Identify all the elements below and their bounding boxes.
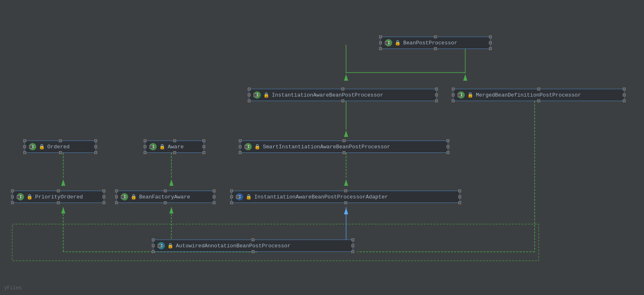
- node-priorityOrdered[interactable]: I 🔒 PriorityOrdered: [12, 191, 104, 203]
- label-aware: Aware: [168, 144, 184, 150]
- label-iabppa: InstantiationAwareBeanPostProcessorAdapt…: [254, 194, 388, 200]
- lock-icon-beanPostProcessor: 🔒: [395, 40, 401, 46]
- node-instantiationAwareBeanPostProcessor[interactable]: I 🔒 InstantiationAwareBeanPostProcessor: [249, 89, 437, 101]
- lock-icon-aware: 🔒: [159, 144, 165, 150]
- lock-icon-iabpp: 🔒: [263, 92, 269, 98]
- type-icon-bfa: I: [121, 193, 128, 200]
- node-mergedBeanDefinitionPostProcessor[interactable]: I 🔒 MergedBeanDefinitionPostProcessor: [453, 89, 624, 101]
- svg-marker-12: [344, 179, 348, 186]
- label-aabpp: AutowiredAnnotationBeanPostProcessor: [176, 243, 291, 249]
- label-mbdpp: MergedBeanDefinitionPostProcessor: [476, 92, 581, 98]
- label-ordered: Ordered: [47, 144, 70, 150]
- node-aware[interactable]: I 🔒 Aware: [145, 141, 204, 153]
- node-beanPostProcessor[interactable]: I 🔒 BeanPostProcessor: [380, 37, 491, 49]
- node-beanFactoryAware[interactable]: I 🔒 BeanFactoryAware: [116, 191, 214, 203]
- lock-icon-iabppa: 🔒: [246, 194, 252, 200]
- lock-icon-siabpp: 🔒: [254, 144, 260, 150]
- svg-marker-18: [169, 207, 173, 214]
- label-siabpp: SmartInstantiationAwareBeanPostProcessor: [263, 144, 390, 150]
- svg-marker-3: [463, 74, 467, 81]
- label-beanPostProcessor: BeanPostProcessor: [403, 40, 457, 46]
- type-icon-ordered: I: [29, 143, 36, 150]
- svg-marker-15: [61, 207, 65, 214]
- type-icon-mbdpp: I: [457, 91, 465, 99]
- node-autowiredAnnotationBeanPostProcessor[interactable]: C 🔒 AutowiredAnnotationBeanPostProcessor: [153, 240, 353, 252]
- label-po: PriorityOrdered: [35, 194, 83, 200]
- type-icon-aware: I: [149, 143, 157, 150]
- diagram-canvas: I 🔒 BeanPostProcessor I 🔒 InstantiationA…: [0, 0, 644, 295]
- label-iabpp: InstantiationAwareBeanPostProcessor: [272, 92, 383, 98]
- lock-icon-aabpp: 🔒: [167, 243, 173, 249]
- type-icon-iabppa: C: [236, 193, 243, 200]
- node-smartInstantiationAwareBeanPostProcessor[interactable]: I 🔒 SmartInstantiationAwareBeanPostProce…: [240, 141, 448, 153]
- lock-icon-ordered: 🔒: [39, 144, 45, 150]
- svg-marker-10: [169, 179, 173, 186]
- node-ordered[interactable]: I 🔒 Ordered: [24, 141, 96, 153]
- type-icon-aabpp: C: [158, 242, 165, 249]
- svg-marker-20: [344, 208, 348, 214]
- label-bfa: BeanFactoryAware: [139, 194, 190, 200]
- svg-marker-8: [61, 179, 65, 186]
- lock-icon-bfa: 🔒: [131, 194, 137, 200]
- type-icon-iabpp: I: [253, 91, 261, 99]
- lock-icon-mbdpp: 🔒: [467, 92, 473, 98]
- lock-icon-po: 🔒: [27, 194, 33, 200]
- svg-marker-1: [344, 74, 348, 81]
- bottom-watermark: yFiles: [4, 285, 22, 291]
- node-instantiationAwareBeanPostProcessorAdapter[interactable]: C 🔒 InstantiationAwareBeanPostProcessorA…: [231, 191, 460, 203]
- type-icon-beanPostProcessor: I: [385, 39, 392, 46]
- svg-marker-6: [344, 130, 348, 137]
- type-icon-po: I: [17, 193, 24, 200]
- type-icon-siabpp: I: [244, 143, 252, 150]
